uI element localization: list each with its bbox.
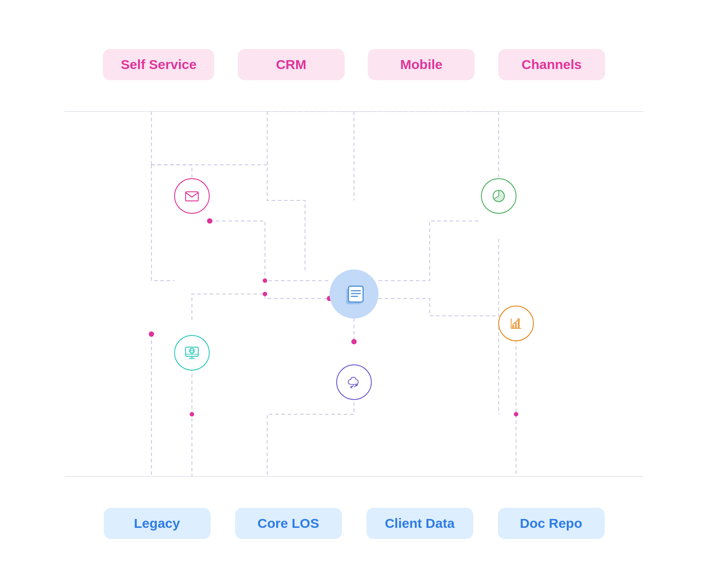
- label-legacy: Legacy: [104, 508, 211, 539]
- icon-cloud-sync: [336, 364, 372, 400]
- label-client-data: Client Data: [366, 508, 473, 539]
- label-doc-repo: Doc Repo: [498, 508, 605, 539]
- diagram-container: Self Service CRM Mobile Channels: [65, 49, 643, 539]
- svg-point-2: [263, 292, 267, 296]
- top-labels: Self Service CRM Mobile Channels: [65, 49, 643, 80]
- svg-rect-25: [515, 323, 517, 328]
- svg-point-1: [263, 278, 267, 283]
- label-crm: CRM: [238, 49, 345, 80]
- icon-pie-chart: [481, 178, 517, 214]
- label-self-service: Self Service: [103, 49, 214, 80]
- label-channels: Channels: [498, 49, 605, 80]
- svg-rect-24: [512, 325, 514, 328]
- icon-bar-chart: [498, 306, 534, 341]
- svg-point-3: [149, 332, 154, 336]
- icon-email: [174, 178, 210, 214]
- svg-rect-26: [518, 320, 520, 328]
- svg-point-5: [190, 412, 194, 416]
- label-core-los: Core LOS: [235, 508, 342, 539]
- bottom-labels: Legacy Core LOS Client Data Doc Repo: [65, 508, 643, 539]
- icon-globe: [174, 335, 210, 371]
- label-mobile: Mobile: [368, 49, 475, 80]
- icon-document: [330, 270, 378, 318]
- svg-rect-11: [186, 192, 199, 201]
- svg-point-4: [514, 412, 518, 416]
